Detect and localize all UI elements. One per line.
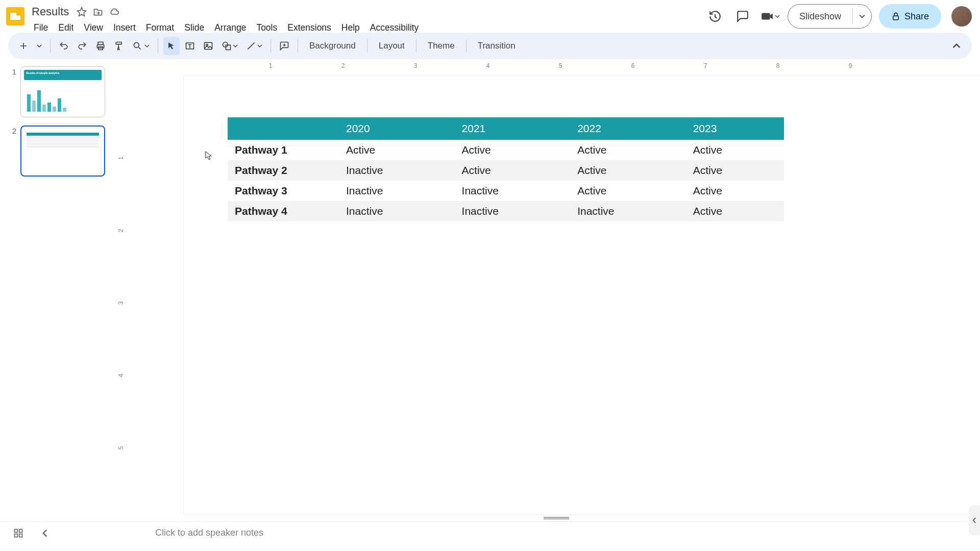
- shape-button[interactable]: [218, 37, 241, 55]
- svg-rect-9: [226, 45, 230, 49]
- table-cell[interactable]: Active: [570, 140, 686, 160]
- menubar: File Edit View Insert Format Slide Arran…: [30, 20, 705, 35]
- background-button[interactable]: Background: [303, 41, 362, 51]
- menu-slide[interactable]: Slide: [180, 20, 208, 35]
- redo-button[interactable]: [74, 37, 90, 55]
- table-cell[interactable]: Inactive: [339, 181, 455, 201]
- table-cell[interactable]: Pathway 3: [228, 181, 339, 201]
- table-header-cell[interactable]: 2020: [339, 117, 455, 140]
- svg-rect-13: [19, 534, 22, 537]
- share-label: Share: [904, 11, 929, 22]
- table-cell[interactable]: Pathway 1: [228, 140, 339, 160]
- svg-point-4: [134, 42, 139, 47]
- table-cell[interactable]: Active: [455, 160, 571, 181]
- table-cell[interactable]: Active: [455, 140, 571, 160]
- lock-icon: [891, 12, 900, 21]
- table-header-cell[interactable]: 2022: [570, 117, 686, 140]
- paint-format-button[interactable]: [111, 37, 127, 55]
- new-slide-button[interactable]: [15, 37, 32, 55]
- table-row: Pathway 3 Inactive Inactive Active Activ…: [228, 181, 784, 201]
- svg-rect-0: [893, 16, 899, 20]
- menu-file[interactable]: File: [30, 20, 52, 35]
- explore-toggle[interactable]: [37, 525, 53, 541]
- select-tool[interactable]: [163, 37, 180, 55]
- print-button[interactable]: [92, 37, 109, 55]
- account-avatar[interactable]: [951, 6, 972, 27]
- table-cell[interactable]: Inactive: [455, 181, 571, 201]
- table-header-cell[interactable]: 2021: [455, 117, 571, 140]
- table-header-cell[interactable]: [228, 117, 339, 140]
- filmstrip[interactable]: 1 Results of sample analytics 2: [0, 61, 117, 521]
- table-header-cell[interactable]: 2023: [686, 117, 784, 140]
- meet-icon[interactable]: [760, 6, 780, 27]
- table-cell[interactable]: Inactive: [455, 201, 571, 221]
- table-row: Pathway 2 Inactive Active Active Active: [228, 160, 784, 181]
- slide-canvas[interactable]: 1 2 3 4 5 6 7 8 9 1 2 3 4 5 2020: [117, 61, 980, 521]
- table-cell[interactable]: Active: [570, 160, 686, 181]
- version-history-icon[interactable]: [705, 6, 725, 27]
- menu-format[interactable]: Format: [142, 20, 178, 35]
- cloud-status-icon[interactable]: [109, 6, 120, 17]
- table-cell[interactable]: Active: [686, 181, 784, 201]
- ruler-horizontal: 1 2 3 4 5 6 7 8 9: [133, 61, 980, 71]
- thumb1-title: Results of sample analytics: [26, 71, 60, 74]
- comments-icon[interactable]: [732, 6, 753, 27]
- toolbar: Background Layout Theme Transition: [8, 33, 972, 59]
- table-cell[interactable]: Active: [686, 140, 784, 160]
- thumb-number: 2: [9, 126, 16, 135]
- slideshow-dropdown[interactable]: [852, 8, 871, 24]
- doc-title[interactable]: Results: [30, 4, 71, 19]
- new-slide-dropdown[interactable]: [34, 37, 45, 55]
- slideshow-label[interactable]: Slideshow: [788, 5, 852, 28]
- menu-tools[interactable]: Tools: [252, 20, 281, 35]
- menu-insert[interactable]: Insert: [109, 20, 140, 35]
- collapse-toolbar-button[interactable]: [948, 37, 965, 55]
- textbox-button[interactable]: [182, 37, 198, 55]
- speaker-notes-input[interactable]: Click to add speaker notes: [155, 528, 263, 538]
- cursor-icon: [205, 151, 212, 160]
- menu-accessibility[interactable]: Accessibility: [366, 20, 423, 35]
- move-icon[interactable]: [92, 6, 104, 17]
- svg-rect-10: [15, 529, 18, 532]
- table-cell[interactable]: Inactive: [339, 201, 455, 221]
- undo-button[interactable]: [56, 37, 72, 55]
- table-row: Pathway 1 Active Active Active Active: [228, 140, 784, 160]
- star-icon[interactable]: [76, 6, 87, 17]
- theme-button[interactable]: Theme: [422, 41, 461, 51]
- table-cell[interactable]: Inactive: [339, 160, 455, 181]
- table-header-row: 2020 2021 2022 2023: [228, 117, 784, 140]
- zoom-button[interactable]: [129, 37, 153, 55]
- ruler-vertical: 1 2 3 4 5: [117, 71, 129, 521]
- line-button[interactable]: [243, 37, 265, 55]
- table-row: Pathway 4 Inactive Inactive Inactive Act…: [228, 201, 784, 221]
- share-button[interactable]: Share: [879, 4, 941, 29]
- slide[interactable]: 2020 2021 2022 2023 Pathway 1 Active Act…: [184, 76, 980, 514]
- slides-logo[interactable]: [6, 7, 24, 26]
- thumb-number: 1: [9, 66, 16, 76]
- table-cell[interactable]: Active: [570, 181, 686, 201]
- data-table[interactable]: 2020 2021 2022 2023 Pathway 1 Active Act…: [228, 117, 784, 221]
- slide-thumbnail-2[interactable]: [20, 126, 105, 177]
- image-button[interactable]: [200, 37, 216, 55]
- table-cell[interactable]: Active: [339, 140, 455, 160]
- comment-button[interactable]: [276, 37, 292, 55]
- menu-view[interactable]: View: [80, 20, 107, 35]
- menu-help[interactable]: Help: [337, 20, 364, 35]
- table-cell[interactable]: Pathway 2: [228, 160, 339, 181]
- slideshow-button[interactable]: Slideshow: [788, 4, 872, 29]
- table-cell[interactable]: Pathway 4: [228, 201, 339, 221]
- svg-rect-6: [205, 42, 212, 49]
- menu-arrange[interactable]: Arrange: [210, 20, 250, 35]
- transition-button[interactable]: Transition: [472, 41, 522, 51]
- menu-extensions[interactable]: Extensions: [283, 20, 335, 35]
- side-panel-toggle[interactable]: [969, 505, 980, 536]
- table-cell[interactable]: Active: [686, 160, 784, 181]
- notes-resize-handle[interactable]: [544, 517, 569, 519]
- layout-button[interactable]: Layout: [373, 41, 411, 51]
- menu-edit[interactable]: Edit: [54, 20, 78, 35]
- table-cell[interactable]: Inactive: [570, 201, 686, 221]
- table-cell[interactable]: Active: [686, 201, 784, 221]
- svg-rect-11: [19, 529, 22, 532]
- grid-view-button[interactable]: [10, 525, 27, 541]
- slide-thumbnail-1[interactable]: Results of sample analytics: [20, 66, 105, 117]
